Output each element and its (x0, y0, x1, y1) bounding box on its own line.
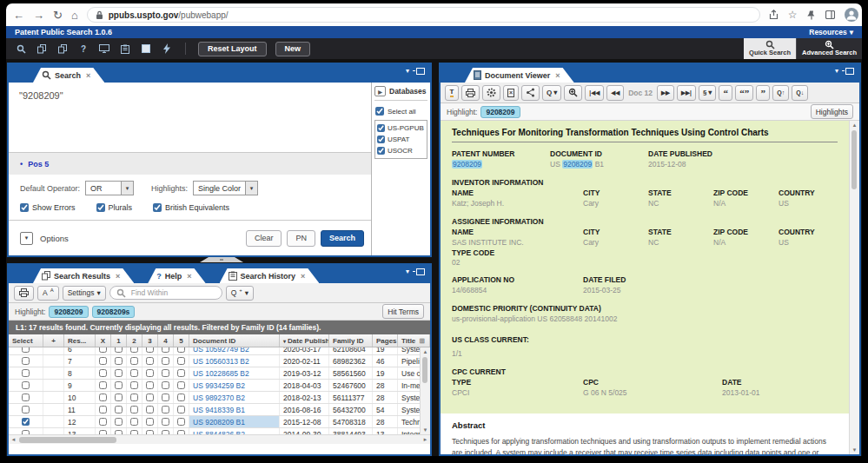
flag-checkbox[interactable] (115, 357, 123, 365)
close-quote-button[interactable]: ” (756, 85, 770, 101)
document-id-link[interactable]: US 9418339 B1 (193, 406, 245, 414)
flag-checkbox[interactable] (130, 406, 138, 413)
share-icon[interactable] (769, 10, 779, 20)
search-menu-button[interactable]: Q▾ (542, 85, 561, 101)
flag-checkbox[interactable] (177, 394, 185, 401)
select-checkbox[interactable] (22, 357, 30, 365)
table-row[interactable]: 7US 10560313 B22020-02-116898236246Pipel… (9, 355, 430, 367)
kwic-button[interactable]: × (503, 85, 519, 101)
highlight-badge[interactable]: 9208209 (49, 306, 88, 318)
table-row[interactable]: 9US 9934259 B22018-04-035246760028In-me (9, 380, 430, 392)
tab-document-viewer[interactable]: Document Viewer × (465, 68, 574, 83)
option-checkbox[interactable] (20, 203, 29, 212)
flag-checkbox[interactable] (162, 406, 169, 413)
avatar[interactable] (845, 8, 858, 22)
notes-icon[interactable] (140, 43, 152, 55)
highlight-badge[interactable]: 9208209 (480, 106, 520, 118)
extensions-pin-icon[interactable] (807, 10, 816, 20)
column-header-pages[interactable]: Pages (373, 334, 398, 347)
results-horizontal-scrollbar[interactable]: ◄ ► (9, 434, 430, 444)
flag-checkbox[interactable] (130, 357, 138, 365)
new-button[interactable]: New (275, 42, 311, 56)
document-id-link[interactable]: US 9934259 B2 (193, 381, 245, 390)
document-id-link[interactable]: US 10560313 B2 (193, 357, 249, 366)
monitor-icon[interactable] (98, 43, 110, 55)
last-doc-button[interactable]: ▶▶| (677, 85, 696, 101)
clipboard-icon[interactable] (119, 43, 131, 55)
flag-checkbox[interactable] (99, 347, 107, 353)
scroll-up-icon[interactable]: ▲ (421, 347, 430, 356)
tab-search-history[interactable]: Search History × (220, 268, 320, 283)
back-icon[interactable]: ← (13, 10, 24, 21)
flag-checkbox[interactable] (162, 357, 169, 365)
table-row[interactable]: 11US 9418339 B12016-08-165643270054Syste (9, 404, 430, 416)
select-checkbox[interactable] (22, 347, 30, 353)
flag-checkbox[interactable] (115, 369, 123, 377)
database-checkbox[interactable] (377, 136, 385, 143)
address-bar[interactable]: ppubs.uspto.gov/pubwebapp/ (87, 7, 760, 23)
flag-checkbox[interactable] (146, 369, 154, 377)
column-header-select[interactable]: Select (9, 334, 43, 347)
print-button[interactable] (461, 85, 480, 101)
flag-checkbox[interactable] (146, 406, 154, 413)
panel-restore-icon[interactable] (845, 68, 854, 75)
option-british-equivalents[interactable]: British Equivalents (153, 203, 229, 212)
help-icon[interactable]: ? (77, 43, 89, 55)
database-checkbox[interactable] (377, 147, 385, 155)
flag-checkbox[interactable] (177, 381, 185, 389)
select-all-checkbox[interactable] (375, 107, 384, 116)
column-header-2[interactable]: 2 (127, 334, 142, 347)
column-header-date-publish-[interactable]: ▾Date Publish... (280, 334, 329, 347)
column-header-5[interactable]: 5 (174, 334, 189, 347)
flag-checkbox[interactable] (99, 394, 107, 401)
flag-checkbox[interactable] (162, 347, 169, 353)
flag-checkbox[interactable] (130, 418, 138, 426)
copy-icon[interactable] (56, 43, 69, 55)
settings-gear-button[interactable] (482, 85, 500, 101)
column-header-4[interactable]: 4 (158, 334, 174, 347)
add-column-icon[interactable]: ⊞ (419, 337, 425, 345)
highlight-badge[interactable]: 9208209s (92, 306, 136, 318)
options-toggle-icon[interactable]: ▼ (20, 232, 33, 245)
column-header-x[interactable]: X (96, 334, 111, 347)
close-icon[interactable]: × (116, 272, 120, 281)
flag-checkbox[interactable] (115, 381, 123, 389)
flag-checkbox[interactable] (99, 418, 107, 426)
scrollbar-thumb[interactable] (422, 357, 427, 383)
flag-checkbox[interactable] (130, 394, 138, 401)
section-menu-button[interactable]: §▾ (699, 85, 716, 101)
reset-layout-button[interactable]: Reset Layout (198, 42, 267, 56)
home-icon[interactable]: ⌂ (71, 10, 78, 21)
close-icon[interactable]: × (301, 272, 305, 281)
query-editor[interactable]: "9208209" (9, 83, 371, 152)
select-checkbox[interactable] (22, 406, 30, 413)
scrollbar-thumb[interactable] (19, 437, 116, 443)
panel-menu-icon[interactable]: ▾ (406, 268, 409, 275)
options-label[interactable]: Options (40, 234, 69, 243)
viewer-vertical-scrollbar[interactable]: ▲ ▼ (849, 121, 859, 454)
database-checkbox[interactable] (377, 124, 385, 132)
flag-checkbox[interactable] (146, 418, 154, 426)
table-row[interactable]: 10US 9892370 B22018-02-135611137728Syste (9, 392, 430, 404)
hit-terms-button[interactable]: Hit Terms (382, 304, 424, 319)
cpc-code-link[interactable]: G 06 N 5/025 (583, 388, 722, 397)
new-window-icon[interactable] (36, 43, 48, 55)
column-header-document-id[interactable]: Document ID (189, 334, 280, 347)
flag-checkbox[interactable] (177, 406, 185, 413)
reload-icon[interactable]: ↻ (53, 10, 63, 21)
tab-help[interactable]: ? Help × (148, 268, 205, 283)
select-checkbox[interactable] (22, 418, 30, 426)
column-header-res-[interactable]: Res... (64, 334, 96, 347)
quote-pair-button[interactable]: “” (735, 85, 753, 101)
panel-restore-icon[interactable] (416, 268, 425, 275)
search-down-button[interactable]: Q↓ (792, 85, 808, 101)
patent-number-link[interactable]: 9208209 (452, 160, 482, 169)
flag-checkbox[interactable] (130, 381, 138, 389)
panel-menu-icon[interactable]: ▾ (835, 67, 838, 75)
flag-checkbox[interactable] (146, 357, 154, 365)
open-quote-button[interactable]: “ (719, 85, 732, 101)
option-plurals[interactable]: Plurals (96, 203, 133, 212)
flag-checkbox[interactable] (162, 369, 169, 377)
flag-checkbox[interactable] (146, 347, 154, 353)
scroll-down-icon[interactable]: ▼ (421, 426, 430, 434)
